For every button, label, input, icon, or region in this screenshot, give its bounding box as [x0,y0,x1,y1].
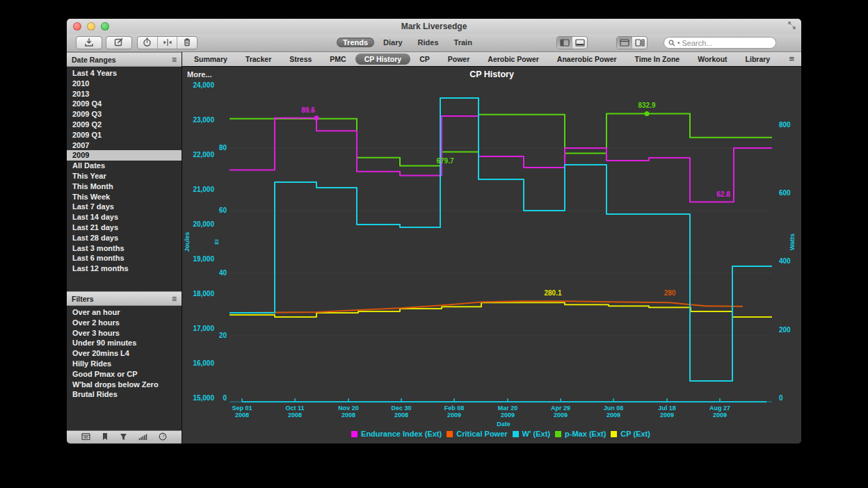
x-tick-label: Mar 202009 [498,405,518,418]
sidebar-item-2009-q2[interactable]: 2009 Q2 [67,120,182,130]
filters-header[interactable]: Filters ≡ [67,291,182,306]
sidebar-item-2013[interactable]: 2013 [67,89,182,99]
legend-label: CP (Ext) [620,430,650,438]
search-scope-chevron-icon[interactable]: ▾ [677,40,680,46]
value-label: 89.6 [301,106,315,114]
trash-icon [183,37,191,49]
sidebar-item-hilly-rides[interactable]: Hilly Rides [67,359,182,369]
calendar-icon[interactable] [81,431,90,444]
tab-summary[interactable]: Summary [185,54,236,65]
ei-tick-label: 0 [223,394,227,402]
joules-tick-label: 18,000 [193,290,214,298]
series-marker [645,111,650,116]
segment-rides[interactable]: Rides [412,38,445,47]
ei-tick-label: 40 [219,269,227,277]
sidebar-item-2009-q4[interactable]: 2009 Q4 [67,99,182,109]
filter-icon[interactable] [120,431,127,444]
legend-swatch [555,431,561,437]
tab-pmc[interactable]: PMC [321,54,355,65]
tab-library[interactable]: Library [737,54,780,65]
watts-tick-label: 400 [779,257,791,265]
x-tick-label: Aug 272009 [709,405,730,418]
sidebar-item-brutal-rides[interactable]: Brutal Rides [67,389,182,400]
tab-time-in-zone[interactable]: Time In Zone [626,54,689,65]
bottombar-toggle-button[interactable] [572,37,587,49]
sidebar-item-this-month[interactable]: This Month [67,181,182,192]
sidebar-item-2010[interactable]: 2010 [67,79,182,89]
sidebar-item-this-week[interactable]: This Week [67,192,182,202]
sidebar-toggle-button[interactable] [557,37,572,49]
sidebar-item-last-14-days[interactable]: Last 14 days [67,212,182,222]
chart-icon[interactable] [138,431,147,444]
x-tick-label: Sep 012008 [232,405,252,418]
legend-label: Critical Power [456,430,507,438]
segment-diary[interactable]: Diary [377,38,409,47]
value-label: 62.8 [716,190,730,198]
sidebar-item-last-21-days[interactable]: Last 21 days [67,222,182,233]
date-ranges-header[interactable]: Date Ranges ≡ [67,52,182,67]
legend-label: Endurance Index (Ext) [361,430,442,438]
sidebar-item-good-pmax-or-cp[interactable]: Good Pmax or CP [67,369,182,380]
date-ranges-list: Last 4 Years201020132009 Q42009 Q32009 Q… [67,68,182,274]
chart-tabbar: SummaryTrackerStressPMCCP HistoryCPPower… [182,52,801,67]
search-placeholder: Search... [682,39,713,47]
legend-item-cp-ext: CP (Ext) [611,430,650,438]
date-ranges-menu-icon[interactable]: ≡ [172,55,177,65]
sidebar-item-w-bal-drops-below-zero[interactable]: W'bal drops below Zero [67,380,182,390]
sidebar-toggle-icon [560,37,570,49]
sidebar-item-last-6-months[interactable]: Last 6 months [67,253,182,263]
sidebar-item-under-90-minutes[interactable]: Under 90 minutes [67,338,182,348]
split-button[interactable] [158,37,178,49]
segment-train[interactable]: Train [448,38,479,47]
sidebar-item-over-an-hour[interactable]: Over an hour [67,307,182,318]
joules-tick-label: 23,000 [193,116,214,124]
sidebar-item-over-2-hours[interactable]: Over 2 hours [67,318,182,328]
gauge-icon[interactable] [159,431,167,444]
bookmark-icon[interactable] [102,431,108,444]
view-segmented-control: TrendsDiaryRidesTrain [337,38,479,47]
tab-aerobic-power[interactable]: Aerobic Power [479,54,548,65]
x-tick-label: Apr 292009 [551,405,570,418]
tab-stress[interactable]: Stress [280,54,321,65]
joules-tick-label: 16,000 [193,359,214,367]
sidebar-item-all-dates[interactable]: All Dates [67,161,182,171]
tiled-view-button[interactable] [632,37,647,49]
sidebar-item-last-28-days[interactable]: Last 28 days [67,233,182,243]
tab-workout[interactable]: Workout [689,54,736,65]
sidebar-item-last-12-months[interactable]: Last 12 months [67,263,182,274]
sidebar-item-2009-q1[interactable]: 2009 Q1 [67,130,182,140]
sidebar-item-over-3-hours[interactable]: Over 3 hours [67,328,182,339]
sidebar-item-2007[interactable]: 2007 [67,140,182,151]
sidebar-item-last-7-days[interactable]: Last 7 days [67,202,182,212]
search-input[interactable]: ▾ Search... [664,37,776,49]
x-tick-label: Nov 202008 [338,405,359,418]
tab-cp-history[interactable]: CP History [355,54,411,65]
joules-tick-label: 17,000 [193,325,214,332]
resize-icon[interactable] [788,22,796,31]
window-title: Mark Liversedge [67,22,801,31]
trash-button[interactable] [177,37,197,49]
x-axis-title: Date [497,421,511,428]
segment-trends[interactable]: Trends [337,38,374,47]
single-view-button[interactable] [617,37,632,49]
stopwatch-button[interactable] [138,37,158,49]
sidebar-item-this-year[interactable]: This Year [67,171,182,181]
compose-button[interactable] [106,36,132,49]
sidebar-item-2009-q3[interactable]: 2009 Q3 [67,109,182,120]
sidebar-item-last-4-years[interactable]: Last 4 Years [67,68,182,79]
legend-item-endurance-index-ext: Endurance Index (Ext) [351,430,442,438]
download-button[interactable] [76,36,102,49]
tab-power[interactable]: Power [439,54,479,65]
tab-tracker[interactable]: Tracker [236,54,280,65]
legend-label: W' (Ext) [522,430,551,438]
filters-menu-icon[interactable]: ≡ [172,294,177,304]
sidebar-item-last-3-months[interactable]: Last 3 months [67,243,182,254]
joules-tick-label: 15,000 [193,394,214,402]
tab-cp[interactable]: CP [410,54,439,65]
tabbar-menu-icon[interactable]: ≡ [789,54,794,64]
titlebar: Mark Liversedge [67,19,801,34]
single-view-icon [620,37,629,49]
tab-anaerobic-power[interactable]: Anaerobic Power [548,54,626,65]
sidebar-item-2009[interactable]: 2009 [67,150,182,161]
sidebar-item-over-20mins-l4[interactable]: Over 20mins L4 [67,348,182,359]
